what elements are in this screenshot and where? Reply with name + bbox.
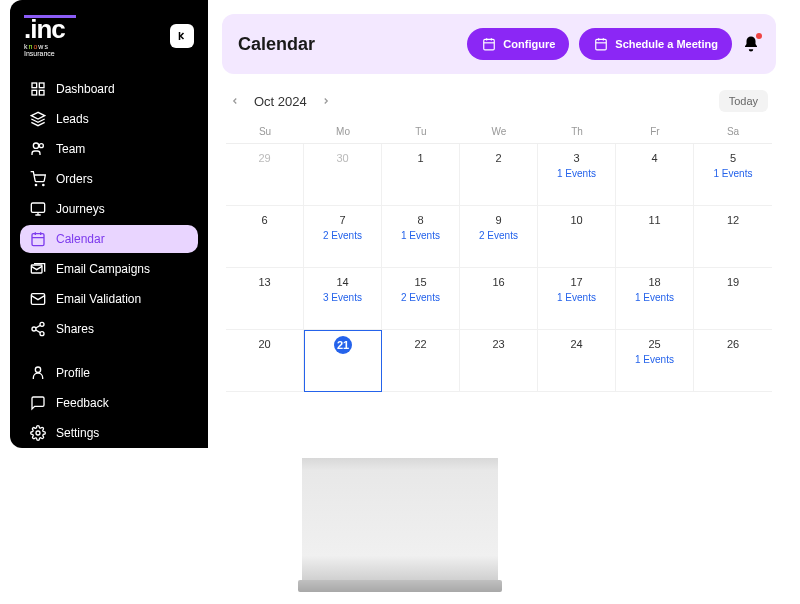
- event-count: 1 Events: [544, 292, 609, 303]
- sidebar: .inc knows Insurance DashboardLeadsTeamO…: [10, 0, 208, 448]
- sidebar-item-label: Journeys: [56, 202, 105, 216]
- svg-point-23: [35, 367, 40, 372]
- svg-rect-12: [32, 234, 44, 246]
- calendar-cell[interactable]: 10: [538, 206, 616, 268]
- day-number: 23: [492, 338, 504, 350]
- svg-rect-1: [39, 83, 44, 88]
- day-number: 25: [648, 338, 660, 350]
- day-number: 4: [651, 152, 657, 164]
- day-number: 18: [648, 276, 660, 288]
- sidebar-item-profile[interactable]: Profile: [20, 359, 198, 387]
- sidebar-item-label: Team: [56, 142, 85, 156]
- day-number: 17: [570, 276, 582, 288]
- calendar-cell[interactable]: 143 Events: [304, 268, 382, 330]
- day-number: 12: [727, 214, 739, 226]
- prev-month-button[interactable]: [230, 96, 240, 106]
- page-title: Calendar: [238, 34, 315, 55]
- day-number: 13: [258, 276, 270, 288]
- event-count: 2 Events: [466, 230, 531, 241]
- event-count: 1 Events: [388, 230, 453, 241]
- sidebar-item-team[interactable]: Team: [20, 135, 198, 163]
- sidebar-item-email-campaigns[interactable]: Email Campaigns: [20, 255, 198, 283]
- calendar-cell[interactable]: 12: [694, 206, 772, 268]
- calendar-cell[interactable]: 16: [460, 268, 538, 330]
- calendar-cell[interactable]: 13: [226, 268, 304, 330]
- schedule-meeting-button[interactable]: Schedule a Meeting: [579, 28, 732, 60]
- calendar-cell[interactable]: 1: [382, 144, 460, 206]
- notifications-button[interactable]: [742, 35, 760, 53]
- svg-point-20: [40, 332, 44, 336]
- layers-icon: [30, 111, 46, 127]
- main-content: Calendar Configure Schedule a Meeting: [208, 0, 790, 448]
- calendar-cell[interactable]: 11: [616, 206, 694, 268]
- calendar-cell[interactable]: 29: [226, 144, 304, 206]
- svg-marker-4: [31, 113, 44, 120]
- users-icon: [30, 141, 46, 157]
- day-number: 9: [495, 214, 501, 226]
- sidebar-item-dashboard[interactable]: Dashboard: [20, 75, 198, 103]
- sidebar-item-label: Email Validation: [56, 292, 141, 306]
- day-number: 1: [417, 152, 423, 164]
- calendar-cell[interactable]: 23: [460, 330, 538, 392]
- event-count: 1 Events: [700, 168, 766, 179]
- calendar-cell[interactable]: 152 Events: [382, 268, 460, 330]
- sidebar-item-settings[interactable]: Settings: [20, 419, 198, 447]
- sidebar-item-label: Shares: [56, 322, 94, 336]
- svg-line-21: [36, 330, 41, 333]
- calendar-cell[interactable]: 26: [694, 330, 772, 392]
- today-button[interactable]: Today: [719, 90, 768, 112]
- calendar-cell[interactable]: 251 Events: [616, 330, 694, 392]
- svg-point-18: [40, 323, 44, 327]
- logo: .inc knows Insurance: [24, 14, 76, 57]
- calendar-cell[interactable]: 20: [226, 330, 304, 392]
- calendar-cell[interactable]: 4: [616, 144, 694, 206]
- bottom-nav: ProfileFeedbackSettings: [20, 359, 198, 447]
- sidebar-item-email-validation[interactable]: Email Validation: [20, 285, 198, 313]
- sidebar-item-orders[interactable]: Orders: [20, 165, 198, 193]
- month-label: Oct 2024: [254, 94, 307, 109]
- day-number: 3: [573, 152, 579, 164]
- calendar-cell[interactable]: 92 Events: [460, 206, 538, 268]
- user-icon: [30, 365, 46, 381]
- weekday-label: Su: [226, 120, 304, 143]
- calendar-cell[interactable]: 81 Events: [382, 206, 460, 268]
- event-count: 2 Events: [388, 292, 453, 303]
- svg-line-22: [36, 326, 41, 329]
- mail-icon: [30, 291, 46, 307]
- calendar-cell[interactable]: 2: [460, 144, 538, 206]
- calendar-cell[interactable]: 51 Events: [694, 144, 772, 206]
- configure-button[interactable]: Configure: [467, 28, 569, 60]
- sidebar-item-label: Orders: [56, 172, 93, 186]
- sidebar-item-label: Dashboard: [56, 82, 115, 96]
- sidebar-item-calendar[interactable]: Calendar: [20, 225, 198, 253]
- sidebar-item-leads[interactable]: Leads: [20, 105, 198, 133]
- calendar-icon: [593, 36, 609, 52]
- svg-point-5: [33, 143, 38, 148]
- calendar-cell[interactable]: 171 Events: [538, 268, 616, 330]
- next-month-button[interactable]: [321, 96, 331, 106]
- sidebar-item-feedback[interactable]: Feedback: [20, 389, 198, 417]
- calendar-cell[interactable]: 72 Events: [304, 206, 382, 268]
- sidebar-item-shares[interactable]: Shares: [20, 315, 198, 343]
- calendar-cell[interactable]: 6: [226, 206, 304, 268]
- sidebar-collapse-button[interactable]: [170, 24, 194, 48]
- calendar-cell[interactable]: 31 Events: [538, 144, 616, 206]
- display-icon: [30, 201, 46, 217]
- weekday-label: Th: [538, 120, 616, 143]
- calendar-cell[interactable]: 21: [304, 330, 382, 392]
- calendar-icon: [481, 36, 497, 52]
- svg-rect-29: [596, 39, 607, 50]
- calendar-cell[interactable]: 22: [382, 330, 460, 392]
- day-number: 22: [414, 338, 426, 350]
- calendar-cell[interactable]: 30: [304, 144, 382, 206]
- calendar-cell[interactable]: 24: [538, 330, 616, 392]
- svg-rect-2: [32, 91, 37, 96]
- svg-point-24: [36, 431, 40, 435]
- calendar-cell[interactable]: 19: [694, 268, 772, 330]
- day-number: 2: [495, 152, 501, 164]
- calendar-cell[interactable]: 181 Events: [616, 268, 694, 330]
- day-number: 14: [336, 276, 348, 288]
- sidebar-item-journeys[interactable]: Journeys: [20, 195, 198, 223]
- event-count: 2 Events: [310, 230, 375, 241]
- svg-rect-3: [39, 91, 44, 96]
